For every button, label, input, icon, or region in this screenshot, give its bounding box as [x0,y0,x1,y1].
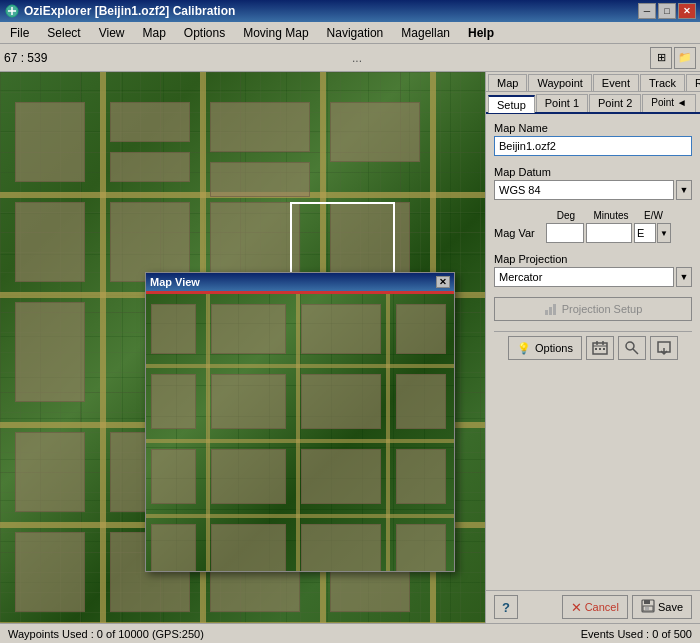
map-view-window[interactable]: Map View ✕ [145,272,455,572]
projection-dropdown-btn[interactable]: ▼ [676,267,692,287]
menu-options[interactable]: Options [176,24,233,42]
panel-content: Map Name Map Datum ▼ Deg Minutes E/W [486,114,700,590]
svg-rect-3 [553,304,556,315]
mini-road-v3 [386,294,390,571]
building-6 [330,102,420,162]
mini-building-4 [396,304,446,354]
toolbar-dots: ... [352,51,362,65]
mag-var-headers: Deg Minutes E/W [494,210,692,221]
title-text: OziExplorer [Beijin1.ozf2] Calibration [24,4,235,18]
ew-header: E/W [636,210,671,221]
menu-select[interactable]: Select [39,24,88,42]
svg-line-12 [633,349,638,354]
minutes-header: Minutes [586,210,636,221]
cancel-button[interactable]: ✕ Cancel [562,595,628,619]
building-4 [210,102,310,152]
maximize-button[interactable]: □ [658,3,676,19]
svg-rect-18 [645,607,649,610]
tab-map[interactable]: Map [488,74,527,91]
svg-rect-16 [644,600,650,604]
tab-waypoint[interactable]: Waypoint [528,74,591,91]
toolbar-icon-1[interactable]: ⊞ [650,47,672,69]
datum-dropdown-btn[interactable]: ▼ [676,180,692,200]
menu-moving-map[interactable]: Moving Map [235,24,316,42]
tab-point1[interactable]: Point 1 [536,94,588,112]
tab-point2[interactable]: Point 2 [589,94,641,112]
menu-magellan[interactable]: Magellan [393,24,458,42]
mini-building-12 [396,449,446,504]
mini-road-v1 [206,294,210,571]
map-view-inner [146,294,454,571]
building-1 [15,102,85,182]
map-projection-input[interactable] [494,267,674,287]
menu-view[interactable]: View [91,24,133,42]
building-5 [210,162,310,197]
mini-building-5 [151,374,196,429]
mini-building-13 [151,524,196,571]
toolbar: 67 : 539 ... ⊞ 📁 [0,44,700,72]
help-label: ? [502,600,510,615]
mini-building-10 [211,449,286,504]
mag-var-ew-input[interactable] [634,223,656,243]
menu-file[interactable]: File [2,24,37,42]
svg-rect-10 [603,348,605,350]
panel-divider-1 [494,331,692,332]
right-panel: Map Waypoint Event Track Route Setup Poi… [485,72,700,623]
toolbar-icons: ⊞ 📁 [650,47,696,69]
main-area: Map View ✕ [0,72,700,623]
mini-building-15 [301,524,381,571]
tab-track[interactable]: Track [640,74,685,91]
building-13 [15,432,85,512]
map-view-content [146,291,454,571]
map-datum-input[interactable] [494,180,674,200]
mag-var-min-input[interactable] [586,223,632,243]
tab-setup[interactable]: Setup [488,95,535,113]
icon-btn-2[interactable] [618,336,646,360]
mini-building-14 [211,524,286,571]
road-v1 [100,72,106,623]
save-button[interactable]: Save [632,595,692,619]
map-name-label: Map Name [494,122,692,134]
minimize-button[interactable]: ─ [638,3,656,19]
options-button[interactable]: 💡 Options [508,336,582,360]
map-view-close-button[interactable]: ✕ [436,276,450,288]
mini-building-9 [151,449,196,504]
building-2 [110,102,190,142]
building-8 [110,202,190,282]
ew-dropdown-btn[interactable]: ▼ [657,223,671,243]
toolbar-icon-2[interactable]: 📁 [674,47,696,69]
map-projection-label: Map Projection [494,253,692,265]
road-h5 [0,622,485,623]
mag-var-row: Mag Var ▼ [494,223,692,243]
icon-btn-3[interactable] [650,336,678,360]
mini-road-v2 [296,294,300,571]
mini-building-11 [301,449,381,504]
waypoints-status: Waypoints Used : 0 of 10000 (GPS:250) [8,628,204,640]
chart-icon [544,302,558,316]
mag-var-deg-input[interactable] [546,223,584,243]
cancel-x-icon: ✕ [571,600,582,615]
panel-tabs-row1: Map Waypoint Event Track Route [486,72,700,92]
help-button[interactable]: ? [494,595,518,619]
close-button[interactable]: ✕ [678,3,696,19]
search-icon [624,340,640,356]
calendar-icon [592,340,608,356]
tab-route[interactable]: Route [686,74,700,91]
tab-point-more[interactable]: Point ◄ [642,94,695,112]
bottom-buttons: ? ✕ Cancel Save [486,590,700,623]
map-name-input[interactable] [494,136,692,156]
options-label: Options [535,342,573,354]
mini-building-16 [396,524,446,571]
status-bar: Waypoints Used : 0 of 10000 (GPS:250) Ev… [0,623,700,643]
tab-event[interactable]: Event [593,74,639,91]
icon-btn-1[interactable] [586,336,614,360]
projection-setup-button[interactable]: Projection Setup [494,297,692,321]
menu-navigation[interactable]: Navigation [319,24,392,42]
mini-building-6 [211,374,286,429]
map-canvas[interactable]: Map View ✕ [0,72,485,623]
mini-building-2 [211,304,286,354]
menu-bar: File Select View Map Options Moving Map … [0,22,700,44]
menu-map[interactable]: Map [135,24,174,42]
building-3 [110,152,190,182]
menu-help[interactable]: Help [460,24,502,42]
